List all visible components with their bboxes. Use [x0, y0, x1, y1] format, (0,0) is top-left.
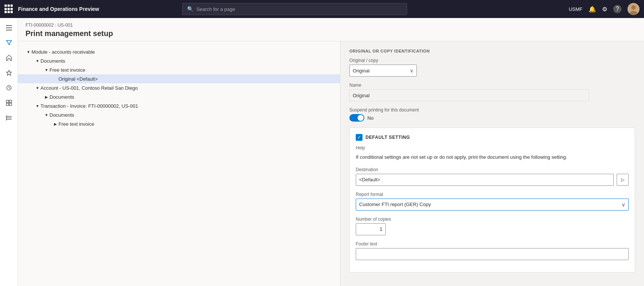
- topbar: Finance and Operations Preview 🔍 Search …: [0, 0, 644, 18]
- tree-arrow-documents1: ▼: [34, 58, 40, 64]
- topbar-right: USMF 🔔 ⚙ ?: [569, 3, 640, 15]
- tree-item-documents3[interactable]: ▼ Documents: [18, 110, 340, 119]
- main-content: FTI-00000002 : US-001 Print management s…: [18, 18, 644, 286]
- tree-arrow-free-text2: ▶: [52, 121, 58, 127]
- help-label: Help: [356, 145, 629, 151]
- svg-rect-5: [6, 30, 12, 30]
- tree-item-transaction[interactable]: ▼ Transaction - Invoice: FTI-00000002, U…: [18, 101, 340, 110]
- copies-value: 1: [380, 226, 382, 232]
- destination-play-button[interactable]: ▷: [617, 174, 629, 186]
- tree-item-module[interactable]: ▼ Module - accounts receivable: [18, 47, 340, 56]
- sidebar: [0, 18, 18, 286]
- tree-arrow-module: ▼: [25, 49, 31, 55]
- input-destination[interactable]: <Default>: [356, 174, 614, 186]
- tree-arrow-documents3: ▼: [43, 112, 49, 118]
- select-original-copy[interactable]: Original ∨: [349, 65, 417, 77]
- search-icon: 🔍: [187, 6, 193, 12]
- report-format-chevron: ∨: [622, 202, 625, 208]
- help-icon[interactable]: ?: [613, 5, 622, 13]
- report-format-value: Customer FTI report (GER) Copy: [359, 202, 431, 207]
- svg-rect-10: [6, 103, 9, 105]
- sidebar-filter-icon[interactable]: [2, 36, 16, 50]
- input-copies[interactable]: 1: [356, 223, 386, 235]
- user-region[interactable]: USMF: [569, 6, 583, 12]
- field-report-format: Report format Customer FTI report (GER) …: [356, 192, 629, 211]
- default-setting-header: ✓ DEFAULT SETTING: [356, 134, 629, 141]
- search-bar[interactable]: 🔍 Search for a page: [182, 3, 407, 15]
- app-title: Finance and Operations Preview: [18, 6, 99, 12]
- page-title: Print management setup: [25, 29, 637, 38]
- apps-icon[interactable]: [4, 5, 13, 14]
- default-setting-block: ✓ DEFAULT SETTING Help If conditional se…: [349, 128, 635, 272]
- sidebar-recent-icon[interactable]: [2, 81, 16, 95]
- svg-rect-4: [6, 27, 12, 28]
- tree-item-free-text-invoice[interactable]: ▼ Free text invoice: [18, 65, 340, 74]
- svg-rect-8: [6, 100, 9, 102]
- toggle-suspend-value: No: [367, 115, 374, 121]
- label-original-copy: Original / copy: [349, 58, 635, 63]
- tree-panel: ▼ Module - accounts receivable ▼ Documen…: [18, 41, 340, 286]
- tree-arrow-free-text: ▼: [43, 67, 49, 73]
- play-icon: ▷: [621, 177, 625, 182]
- body-split: ▼ Module - accounts receivable ▼ Documen…: [18, 41, 644, 286]
- help-desc: If conditional settings are not set up o…: [356, 154, 629, 161]
- tree-item-account[interactable]: ▼ Account - US-001, Contoso Retail San D…: [18, 83, 340, 92]
- svg-rect-11: [9, 103, 12, 105]
- sidebar-home-icon[interactable]: [2, 51, 16, 65]
- svg-rect-3: [6, 25, 12, 26]
- field-original-copy: Original / copy Original ∨: [349, 58, 635, 77]
- svg-marker-6: [6, 70, 12, 75]
- notification-icon[interactable]: 🔔: [589, 6, 596, 13]
- app-layout: FTI-00000002 : US-001 Print management s…: [0, 18, 644, 286]
- tree-item-free-text2[interactable]: ▶ Free text invoice: [18, 119, 340, 128]
- section-title-oci: ORIGINAL OR COPY IDENTIFICATION: [349, 49, 635, 53]
- label-report-format: Report format: [356, 192, 629, 197]
- tree-item-documents1[interactable]: ▼ Documents: [18, 56, 340, 65]
- tree-label-documents3: Documents: [49, 112, 74, 118]
- tree-label-documents2: Documents: [49, 94, 74, 100]
- tree-label-documents1: Documents: [40, 58, 65, 64]
- tree-label-account: Account - US-001, Contoso Retail San Die…: [40, 85, 138, 91]
- tree-arrow-account: ▼: [34, 85, 40, 91]
- destination-row: <Default> ▷: [356, 174, 629, 186]
- label-name: Name: [349, 83, 635, 88]
- tree-arrow-transaction: ▼: [34, 103, 40, 109]
- checkbox-default-setting[interactable]: ✓: [356, 134, 362, 141]
- label-copies: Number of copies: [356, 217, 629, 222]
- svg-point-1: [631, 5, 636, 10]
- svg-rect-9: [9, 100, 12, 102]
- page-header: FTI-00000002 : US-001 Print management s…: [18, 18, 644, 41]
- default-setting-title: DEFAULT SETTING: [365, 135, 410, 140]
- field-copies: Number of copies 1: [356, 217, 629, 235]
- sidebar-favorites-icon[interactable]: [2, 66, 16, 80]
- detail-panel: ORIGINAL OR COPY IDENTIFICATION Original…: [340, 41, 644, 286]
- input-footer[interactable]: [356, 248, 629, 260]
- destination-value: <Default>: [359, 177, 380, 182]
- label-destination: Destination: [356, 167, 629, 172]
- sidebar-menu-icon[interactable]: [2, 21, 16, 35]
- tree-label-free-text: Free text invoice: [49, 67, 85, 73]
- sidebar-modules-icon[interactable]: [2, 111, 16, 125]
- tree-label-original: Original <Default>: [58, 76, 98, 82]
- toggle-suspend[interactable]: [349, 114, 364, 122]
- tree-item-documents2[interactable]: ▶ Documents: [18, 92, 340, 101]
- label-suspend: Suspend printing for this document: [349, 107, 635, 113]
- breadcrumb: FTI-00000002 : US-001: [25, 23, 637, 28]
- select-report-format[interactable]: Customer FTI report (GER) Copy ∨: [356, 199, 629, 211]
- chevron-down-icon: ∨: [410, 68, 413, 74]
- tree-arrow-documents2: ▶: [43, 94, 49, 100]
- field-destination: Destination <Default> ▷: [356, 167, 629, 186]
- label-footer: Footer text: [356, 241, 629, 247]
- field-footer: Footer text: [356, 241, 629, 260]
- tree-label-free-text2: Free text invoice: [58, 121, 94, 127]
- sidebar-workspaces-icon[interactable]: [2, 96, 16, 110]
- tree-item-original-default[interactable]: Original <Default>: [18, 74, 340, 83]
- select-original-copy-value: Original: [353, 68, 370, 74]
- search-placeholder: Search for a page: [196, 6, 235, 12]
- settings-icon[interactable]: ⚙: [602, 6, 607, 13]
- avatar[interactable]: [628, 3, 640, 15]
- field-suspend: Suspend printing for this document No: [349, 107, 635, 122]
- tree-label-module: Module - accounts receivable: [31, 49, 95, 55]
- value-name: Original: [349, 89, 589, 101]
- tree-label-transaction: Transaction - Invoice: FTI-00000002, US-…: [40, 103, 138, 109]
